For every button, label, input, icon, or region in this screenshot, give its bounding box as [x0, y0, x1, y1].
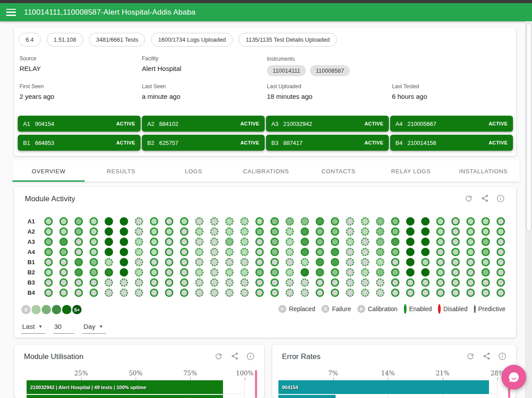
module-slot: A2	[147, 121, 154, 127]
intensity-swatch: 0	[21, 305, 31, 314]
activity-dot	[316, 289, 324, 297]
activity-dot	[44, 289, 53, 297]
activity-dot	[346, 289, 354, 297]
activity-dot	[391, 227, 399, 236]
info-icon[interactable]	[497, 352, 507, 362]
activity-row-label: A1	[27, 218, 44, 225]
module-slot: B3	[271, 140, 278, 146]
activity-dot	[150, 248, 158, 256]
chart-vertical-scrollbar[interactable]	[255, 370, 257, 398]
activity-dot	[210, 248, 219, 256]
activity-dot	[497, 238, 505, 246]
share-icon[interactable]	[230, 352, 239, 362]
activity-dot	[391, 238, 399, 246]
module-status-bar[interactable]: A2884102ACTIVE	[142, 116, 265, 132]
activity-dot	[150, 289, 158, 297]
activity-dot	[406, 258, 415, 266]
activity-dot	[451, 217, 460, 226]
activity-dot	[195, 227, 203, 236]
module-status-bar[interactable]: B3887417ACTIVE	[266, 135, 389, 151]
activity-dot	[301, 217, 309, 226]
activity-dot	[59, 289, 68, 297]
data-bar[interactable]: 904154	[278, 380, 489, 394]
menu-icon[interactable]	[6, 9, 16, 16]
range-prefix-select[interactable]: Last ▼	[21, 322, 45, 334]
activity-dot	[210, 289, 219, 297]
activity-dot	[135, 227, 143, 236]
activity-dot	[120, 268, 128, 277]
activity-dot	[240, 248, 249, 256]
activity-dot	[165, 289, 173, 297]
legend-item-calibration: Calibration	[357, 305, 398, 313]
activity-dot	[210, 278, 219, 287]
activity-dot	[376, 268, 384, 277]
last-seen-value: a minute ago	[142, 93, 180, 100]
data-bar[interactable]: 210032942 | Alert Hospital | 49 tests | …	[27, 380, 223, 394]
activity-dot	[120, 278, 128, 287]
activity-dot	[165, 217, 173, 226]
activity-dot	[195, 268, 203, 277]
page-scrollbar-thumb[interactable]	[526, 23, 532, 231]
activity-dot	[240, 268, 249, 277]
info-icon[interactable]	[246, 352, 255, 362]
share-icon[interactable]	[481, 352, 491, 362]
module-serial: 210005667	[407, 121, 436, 127]
activity-dot	[391, 278, 399, 287]
range-value-input[interactable]: 30	[53, 322, 74, 334]
range-unit-select[interactable]: Day ▼	[82, 322, 106, 334]
activity-dot	[120, 289, 128, 297]
refresh-icon[interactable]	[466, 352, 475, 362]
activity-dot	[44, 268, 53, 277]
bar-row	[278, 395, 497, 398]
activity-dot	[90, 278, 98, 287]
failure-icon	[321, 305, 329, 313]
activity-dot	[346, 238, 354, 246]
tab-overview[interactable]: OVERVIEW	[12, 160, 85, 182]
activity-dot	[406, 268, 415, 277]
tab-results[interactable]: RESULTS	[85, 160, 157, 182]
instrument-summary-card: 6.41.51.1083481/6661 Tests1600/1734 Logs…	[14, 27, 516, 156]
activity-dot	[90, 268, 98, 277]
refresh-icon[interactable]	[214, 352, 223, 362]
activity-dot	[451, 227, 460, 236]
activity-row-label: B4	[27, 289, 44, 296]
activity-dot	[255, 278, 264, 287]
axis-tick-mark	[190, 377, 191, 380]
activity-dot	[451, 238, 460, 246]
activity-dot-grid: A1A2A3A4B1B2B3B4	[27, 216, 512, 298]
module-status-bar[interactable]: B2625757ACTIVE	[142, 135, 265, 151]
module-status-bar[interactable]: B4210014156ACTIVE	[390, 135, 513, 151]
data-bar[interactable]	[27, 395, 223, 398]
module-utilisation-card: Module Utilisation 25%50%75%100% 2100329…	[14, 345, 264, 398]
info-icon[interactable]	[496, 194, 505, 204]
refresh-icon[interactable]	[464, 194, 473, 204]
activity-dot	[255, 248, 264, 256]
page-scrollbar[interactable]	[525, 21, 532, 398]
module-status-bar[interactable]: A3210032942ACTIVE	[266, 116, 389, 132]
summary-chip: 1.51.108	[47, 33, 83, 47]
activity-dot	[255, 289, 264, 297]
tab-logs[interactable]: LOGS	[157, 160, 230, 182]
activity-dot	[481, 268, 490, 277]
module-status-bar[interactable]: A4210005667ACTIVE	[390, 116, 513, 132]
activity-dot	[376, 248, 384, 256]
source-value: RELAY	[20, 65, 41, 72]
chat-launcher-button[interactable]	[501, 365, 526, 390]
module-status-bar[interactable]: A1904154ACTIVE	[18, 116, 141, 132]
activity-dot	[286, 248, 294, 256]
activity-dot	[59, 258, 68, 266]
tab-contacts[interactable]: CONTACTS	[302, 160, 375, 182]
activity-dot	[225, 238, 234, 246]
activity-dot	[105, 227, 113, 236]
tab-installations[interactable]: INSTALLATIONS	[447, 160, 520, 182]
activity-row: A4	[27, 247, 512, 257]
tab-relay-logs[interactable]: RELAY LOGS	[375, 160, 447, 182]
activity-dot	[301, 238, 309, 246]
bar-chart-plot: 7%14%21%28% 904154	[278, 380, 497, 398]
share-icon[interactable]	[480, 194, 489, 204]
tab-calibrations[interactable]: CALIBRATIONS	[230, 160, 302, 182]
axis-tick-label: 7%	[328, 370, 338, 377]
activity-dot	[286, 217, 294, 226]
data-bar[interactable]	[278, 395, 336, 398]
module-status-bar[interactable]: B1664853ACTIVE	[18, 135, 141, 151]
